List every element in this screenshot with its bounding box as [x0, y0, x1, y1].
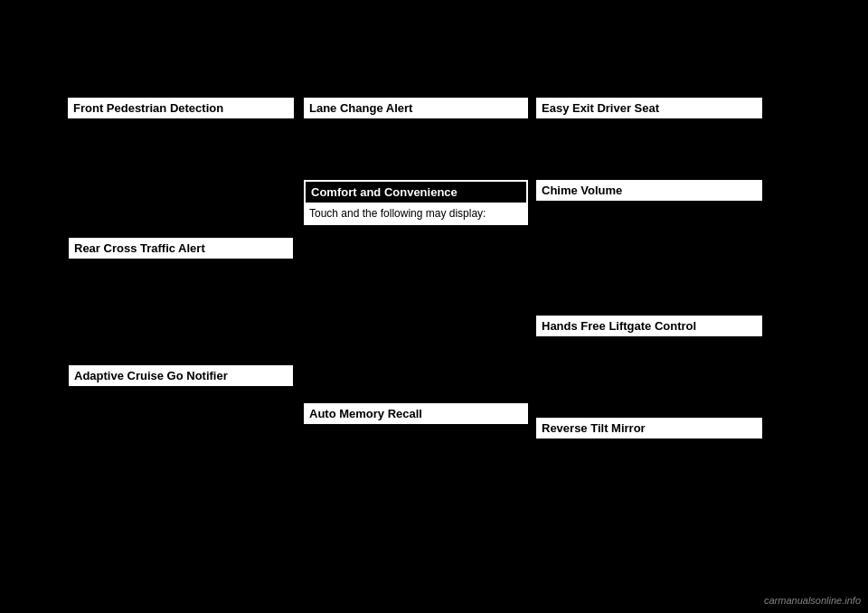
- easy-exit-driver-seat-label: Easy Exit Driver Seat: [536, 98, 762, 118]
- page-content: Front Pedestrian Detection Lane Change A…: [0, 0, 868, 613]
- comfort-and-convenience-label: Comfort and Convenience: [304, 180, 528, 204]
- chime-volume-label: Chime Volume: [536, 180, 762, 201]
- comfort-desc-text: Touch and the following may display:: [304, 203, 528, 225]
- auto-memory-recall-label: Auto Memory Recall: [304, 403, 528, 424]
- watermark-text: carmanualsonline.info: [764, 595, 861, 606]
- reverse-tilt-mirror-label: Reverse Tilt Mirror: [536, 418, 762, 439]
- rear-cross-traffic-alert-label: Rear Cross Traffic Alert: [69, 238, 293, 259]
- front-pedestrian-detection-label: Front Pedestrian Detection: [68, 98, 294, 118]
- hands-free-liftgate-control-label: Hands Free Liftgate Control: [536, 316, 762, 336]
- adaptive-cruise-go-notifier-label: Adaptive Cruise Go Notifier: [69, 365, 293, 386]
- lane-change-alert-label: Lane Change Alert: [304, 98, 528, 118]
